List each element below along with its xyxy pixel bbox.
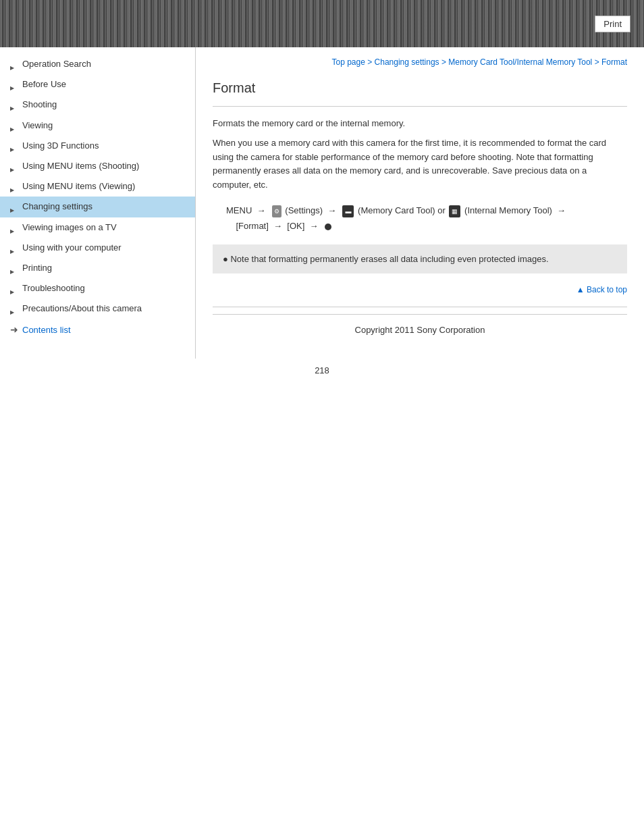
chevron-right-icon bbox=[10, 101, 17, 108]
up-arrow-icon: ▲ bbox=[576, 285, 587, 294]
sidebar-item-label: Viewing images on a TV bbox=[22, 221, 117, 234]
sidebar-item-using-menu-shooting[interactable]: Using MENU items (Shooting) bbox=[0, 156, 195, 176]
sidebar-item-changing-settings[interactable]: Changing settings bbox=[0, 197, 195, 217]
sidebar-item-label: Before Use bbox=[22, 78, 66, 90]
chevron-right-icon bbox=[10, 183, 17, 190]
sidebar-item-label: Using 3D Functions bbox=[22, 140, 99, 152]
breadcrumb-sep3: > bbox=[595, 57, 601, 67]
breadcrumb-top-page[interactable]: Top page bbox=[331, 57, 365, 67]
sidebar-item-using-computer[interactable]: Using with your computer bbox=[0, 238, 195, 258]
note-box: Note that formatting permanently erases … bbox=[213, 244, 627, 274]
sidebar-item-viewing[interactable]: Viewing bbox=[0, 115, 195, 136]
bullet-circle bbox=[325, 224, 331, 230]
breadcrumb: Top page > Changing settings > Memory Ca… bbox=[213, 57, 627, 67]
chevron-right-icon bbox=[10, 122, 17, 129]
sidebar-item-shooting[interactable]: Shooting bbox=[0, 95, 195, 115]
sidebar-item-label: Operation Search bbox=[22, 58, 91, 70]
page-title: Format bbox=[213, 80, 627, 96]
sidebar-item-label: Viewing bbox=[22, 120, 53, 132]
breadcrumb-sep1: > bbox=[367, 57, 374, 67]
sidebar-item-operation-search[interactable]: Operation Search bbox=[0, 54, 195, 74]
memory-card-icon: ▬ bbox=[342, 205, 354, 217]
intro-line1: Formats the memory card or the internal … bbox=[213, 117, 627, 131]
sidebar-item-viewing-tv[interactable]: Viewing images on a TV bbox=[0, 217, 195, 238]
page-title-section: Format bbox=[213, 80, 627, 107]
breadcrumb-sep2: > bbox=[441, 57, 448, 67]
chevron-right-icon bbox=[10, 265, 17, 271]
arrow-right-icon: ➜ bbox=[10, 324, 18, 335]
main-content: Top page > Changing settings > Memory Ca… bbox=[196, 47, 644, 359]
back-to-top-link[interactable]: Back to top bbox=[587, 285, 627, 294]
chevron-right-icon bbox=[10, 305, 17, 312]
chevron-right-icon bbox=[10, 142, 17, 149]
content-body: Formats the memory card or the internal … bbox=[213, 117, 627, 296]
sidebar-item-precautions[interactable]: Precautions/About this camera bbox=[0, 298, 195, 319]
sidebar-item-using-menu-viewing[interactable]: Using MENU items (Viewing) bbox=[0, 176, 195, 197]
sidebar-item-label: Printing bbox=[22, 262, 52, 274]
main-layout: Operation Search Before Use Shooting Vie… bbox=[0, 47, 644, 359]
chevron-right-icon bbox=[10, 285, 17, 292]
sidebar-item-label: Using with your computer bbox=[22, 242, 122, 254]
sidebar-item-label: Troubleshooting bbox=[22, 282, 85, 294]
bottom-divider bbox=[213, 307, 627, 307]
chevron-right-icon bbox=[10, 244, 17, 251]
sidebar-item-label: Precautions/About this camera bbox=[22, 303, 142, 315]
footer-copyright: Copyright 2011 Sony Corporation bbox=[213, 314, 627, 345]
breadcrumb-changing-settings[interactable]: Changing settings bbox=[375, 57, 439, 67]
internal-memory-icon: ▦ bbox=[449, 205, 460, 217]
chevron-right-icon bbox=[10, 61, 17, 68]
settings-icon: ⚙ bbox=[272, 205, 281, 217]
contents-list-item[interactable]: ➜ Contents list bbox=[0, 319, 195, 340]
sidebar-item-using-3d[interactable]: Using 3D Functions bbox=[0, 136, 195, 156]
sidebar-item-printing[interactable]: Printing bbox=[0, 258, 195, 278]
sidebar-item-label: Using MENU items (Viewing) bbox=[22, 180, 135, 192]
sidebar: Operation Search Before Use Shooting Vie… bbox=[0, 47, 196, 359]
header-banner: Print bbox=[0, 0, 644, 47]
menu-instruction: MENU → ⚙ (Settings) → ▬ (Memory Card Too… bbox=[226, 203, 627, 234]
sidebar-item-troubleshooting[interactable]: Troubleshooting bbox=[0, 278, 195, 298]
chevron-right-icon bbox=[10, 81, 17, 88]
note-text: Note that formatting permanently erases … bbox=[230, 254, 548, 264]
contents-list-link[interactable]: Contents list bbox=[22, 325, 71, 335]
chevron-right-icon bbox=[10, 224, 17, 231]
page-number: 218 bbox=[0, 359, 644, 382]
back-to-top: ▲ Back to top bbox=[213, 284, 627, 296]
sidebar-item-label: Changing settings bbox=[22, 201, 92, 213]
breadcrumb-format: Format bbox=[601, 57, 627, 67]
breadcrumb-memory-card-tool[interactable]: Memory Card Tool/Internal Memory Tool bbox=[448, 57, 592, 67]
chevron-right-icon bbox=[10, 203, 17, 210]
print-button[interactable]: Print bbox=[595, 16, 630, 32]
chevron-right-icon bbox=[10, 163, 17, 170]
sidebar-item-label: Using MENU items (Shooting) bbox=[22, 160, 139, 172]
sidebar-item-label: Shooting bbox=[22, 99, 57, 111]
intro-line2: When you use a memory card with this cam… bbox=[213, 136, 627, 192]
sidebar-item-before-use[interactable]: Before Use bbox=[0, 74, 195, 95]
